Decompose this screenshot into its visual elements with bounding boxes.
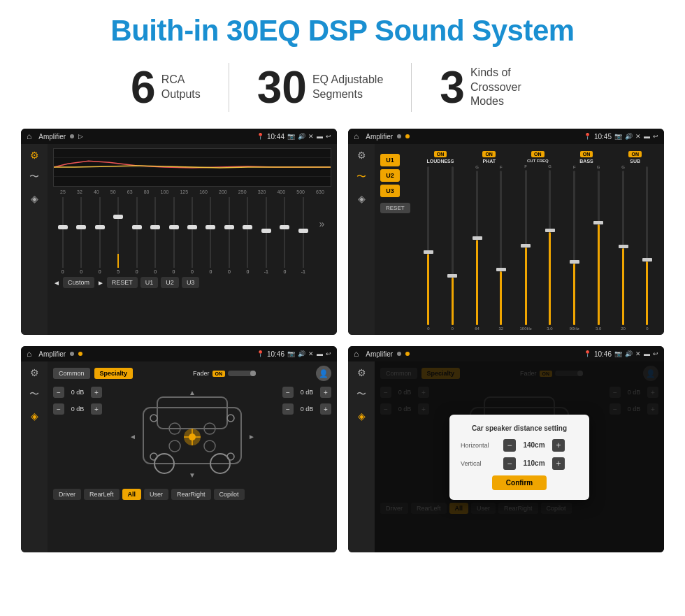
stat-crossover: 3 Kinds ofCrossover Modes bbox=[412, 65, 582, 110]
vol-minus-rr[interactable]: − bbox=[282, 403, 294, 415]
eq-slider-8[interactable]: 0 bbox=[203, 197, 219, 274]
eq-slider-12[interactable]: 0 bbox=[277, 197, 293, 274]
xover-sidebar-wave-icon[interactable]: 〜 bbox=[356, 171, 366, 183]
stat-crossover-text: Kinds ofCrossover Modes bbox=[470, 66, 554, 109]
fader-dlg-sidebar-eq-icon[interactable]: ⚙ bbox=[357, 367, 366, 378]
fader-sidebar-wave-icon[interactable]: 〜 bbox=[29, 388, 39, 401]
sub-slider-f[interactable]: 0 bbox=[636, 165, 658, 331]
eq-slider-13[interactable]: -1 bbox=[295, 197, 311, 274]
bass-sliders: F 90Hz G bbox=[563, 165, 610, 331]
eq-u2-btn[interactable]: U2 bbox=[161, 277, 179, 288]
loudness-slider-1[interactable]: 0 bbox=[417, 165, 440, 331]
fader-sidebar-eq-icon[interactable]: ⚙ bbox=[30, 367, 39, 378]
fader-on-toggle[interactable]: ON bbox=[212, 371, 226, 377]
eq-slider-5[interactable]: 0 bbox=[147, 197, 163, 274]
zone-btn-rearleft[interactable]: RearLeft bbox=[84, 489, 120, 500]
fader-dlg-location-icon: 📍 bbox=[584, 350, 591, 357]
fader-slider[interactable] bbox=[228, 371, 256, 376]
phat-slider-g[interactable]: G 64 bbox=[466, 165, 488, 331]
fader-tab-common[interactable]: Common bbox=[53, 368, 90, 379]
eq-slider-2[interactable]: 0 bbox=[92, 197, 108, 274]
eq-custom-btn[interactable]: Custom bbox=[63, 277, 94, 288]
eq-slider-10[interactable]: 0 bbox=[240, 197, 256, 274]
svg-text:◄: ◄ bbox=[129, 433, 136, 440]
eq-slider-9[interactable]: 0 bbox=[221, 197, 237, 274]
eq-slider-0[interactable]: 0 bbox=[55, 197, 71, 274]
fader-profile-icon[interactable]: 👤 bbox=[316, 366, 331, 381]
vol-minus-fr[interactable]: − bbox=[282, 387, 294, 398]
bass-slider-g[interactable]: G 3.0 bbox=[587, 165, 610, 331]
eq-u1-btn[interactable]: U1 bbox=[140, 277, 159, 288]
xover-location-icon: 📍 bbox=[584, 133, 591, 140]
cutfreq-label: CUT FREQ bbox=[527, 159, 549, 163]
eq-slider-7[interactable]: 0 bbox=[184, 197, 200, 274]
eq-reset-btn[interactable]: RESET bbox=[107, 277, 138, 288]
xover-preset-u3[interactable]: U3 bbox=[380, 185, 400, 197]
fader-dlg-sidebar-sound-icon[interactable]: ◈ bbox=[358, 410, 366, 422]
eq-slider-1[interactable]: 0 bbox=[73, 197, 89, 274]
eq-slider-expand[interactable]: » bbox=[314, 197, 330, 274]
xover-reset-btn[interactable]: RESET bbox=[380, 203, 410, 213]
fader-dlg-left-sidebar: ⚙ 〜 ◈ bbox=[348, 361, 375, 552]
cutfreq-slider-g[interactable]: G 3.0 bbox=[538, 164, 561, 331]
fader-dlg-app-name: Amplifier bbox=[366, 350, 393, 358]
eq-slider-4[interactable]: 0 bbox=[129, 197, 145, 274]
vol-plus-rl[interactable]: + bbox=[91, 403, 102, 415]
page-title: Buith-in 30EQ DSP Sound System bbox=[21, 14, 664, 48]
zone-btn-user[interactable]: User bbox=[144, 489, 168, 500]
zone-btn-all[interactable]: All bbox=[122, 489, 142, 500]
eq-main-area: 25 32 40 50 63 80 100 125 160 200 250 32… bbox=[48, 144, 337, 335]
eq-time: 10:44 bbox=[267, 133, 284, 141]
vol-value-rl: 0 dB bbox=[67, 406, 88, 413]
dialog-confirm-btn[interactable]: Confirm bbox=[492, 475, 547, 490]
fader-home-icon[interactable]: ⌂ bbox=[27, 349, 31, 359]
zone-btn-rearright[interactable]: RearRight bbox=[171, 489, 211, 500]
svg-text:►: ► bbox=[248, 433, 255, 440]
eq-sidebar-eq-icon[interactable]: ⚙ bbox=[30, 150, 39, 161]
cutfreq-slider-f[interactable]: F 100Hz bbox=[514, 164, 537, 331]
eq-u3-btn[interactable]: U3 bbox=[182, 277, 200, 288]
xover-preset-u2[interactable]: U2 bbox=[380, 169, 400, 182]
vol-minus-fl[interactable]: − bbox=[53, 387, 64, 398]
xover-sidebar-eq-icon[interactable]: ⚙ bbox=[357, 150, 366, 161]
vol-plus-fr[interactable]: + bbox=[320, 387, 331, 398]
horizontal-plus-btn[interactable]: + bbox=[552, 439, 565, 452]
eq-home-icon[interactable]: ⌂ bbox=[27, 131, 31, 141]
fader-dlg-time: 10:46 bbox=[594, 350, 612, 358]
eq-screen-card: ⌂ Amplifier ▷ 📍 10:44 📷 🔊 ✕ ▬ ↩ ⚙ 〜 bbox=[21, 129, 337, 335]
eq-sidebar-sound-icon[interactable]: ◈ bbox=[31, 193, 38, 204]
eq-slider-6[interactable]: 0 bbox=[166, 197, 182, 274]
vertical-minus-btn[interactable]: − bbox=[503, 457, 516, 470]
zone-btn-driver[interactable]: Driver bbox=[53, 489, 81, 500]
fader-dlg-sidebar-wave-icon[interactable]: 〜 bbox=[356, 388, 366, 401]
eq-next-btn[interactable]: ► bbox=[97, 279, 104, 287]
vertical-plus-btn[interactable]: + bbox=[552, 457, 565, 470]
xover-app-name: Amplifier bbox=[366, 133, 393, 141]
stat-rca: 6 RCAOutputs bbox=[103, 65, 229, 110]
xover-status-right: 📍 10:45 📷 🔊 ✕ ▬ ↩ bbox=[584, 133, 658, 141]
fader-time: 10:46 bbox=[267, 350, 284, 358]
fader-left-controls: − 0 dB + − 0 dB + bbox=[53, 387, 102, 485]
eq-prev-btn[interactable]: ◄ bbox=[53, 279, 60, 287]
eq-sidebar-wave-icon[interactable]: 〜 bbox=[29, 171, 39, 183]
fader-sidebar-sound-icon[interactable]: ◈ bbox=[31, 410, 38, 422]
vol-ctrl-fr: − 0 dB + bbox=[282, 387, 331, 398]
loudness-slider-2[interactable]: 0 bbox=[441, 165, 463, 331]
fader-dlg-home-icon[interactable]: ⌂ bbox=[354, 349, 359, 359]
zone-btn-copilot[interactable]: Copilot bbox=[214, 489, 245, 500]
horizontal-minus-btn[interactable]: − bbox=[503, 439, 516, 452]
xover-sidebar-sound-icon[interactable]: ◈ bbox=[358, 193, 366, 204]
xover-home-icon[interactable]: ⌂ bbox=[354, 131, 359, 141]
fader-right-controls: − 0 dB + − 0 dB + bbox=[282, 387, 331, 485]
vol-plus-fl[interactable]: + bbox=[91, 387, 102, 398]
fader-tab-specialty[interactable]: Specialty bbox=[94, 368, 134, 379]
eq-freq-labels: 25 32 40 50 63 80 100 125 160 200 250 32… bbox=[53, 189, 331, 194]
vol-plus-rr[interactable]: + bbox=[320, 403, 331, 415]
eq-slider-11[interactable]: -1 bbox=[258, 197, 274, 274]
phat-slider-f[interactable]: F 32 bbox=[490, 165, 512, 331]
bass-slider-f[interactable]: F 90Hz bbox=[563, 165, 586, 331]
xover-preset-u1[interactable]: U1 bbox=[380, 154, 400, 166]
vol-minus-rl[interactable]: − bbox=[53, 403, 64, 415]
sub-slider-g[interactable]: G 20 bbox=[612, 165, 634, 331]
eq-slider-3[interactable]: 5 bbox=[110, 197, 126, 274]
